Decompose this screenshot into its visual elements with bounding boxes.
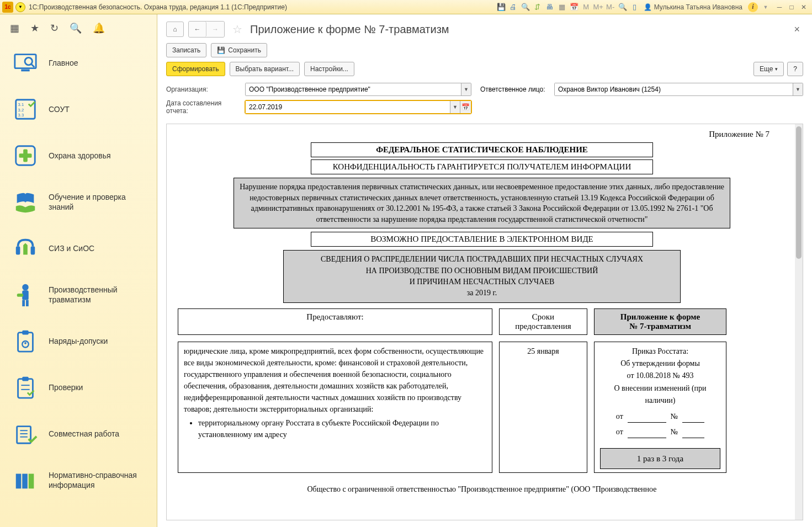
sidebar-item-label: Главное [49,58,78,68]
monitor-icon [13,50,38,76]
svg-rect-23 [22,377,29,381]
home-button[interactable]: ⌂ [166,22,184,37]
sidebar-item-siz[interactable]: СИЗ и СиОС [0,225,157,272]
maximize-button[interactable]: □ [786,2,798,12]
floppy-icon: 💾 [217,46,225,54]
sidebar-item-sout[interactable]: 3.13.23.3 СОУТ [0,86,157,132]
m-minus-icon[interactable]: M- [605,2,616,13]
print2-icon[interactable]: 🖶 [544,2,555,13]
report-info: СВЕДЕНИЯ О РАСПРЕДЕЛЕНИИ ЧИСЛА ПОСТРАДАВ… [283,250,681,302]
favorite-star-icon[interactable]: ☆ [232,23,242,36]
current-user[interactable]: 👤 Мулькина Татьяна Ивановна [644,3,742,11]
report-heading-1: ФЕДЕРАЛЬНОЕ СТАТИСТИЧЕСКОЕ НАБЛЮДЕНИЕ [311,142,653,157]
sidebar-toolbar: ▦ ★ ↻ 🔍 🔔 [0,14,157,40]
book-hand-icon [13,189,38,215]
svg-rect-22 [18,379,33,398]
svg-rect-32 [29,474,34,489]
date-input[interactable] [246,101,450,113]
date-label: Дата составления отчета: [166,99,241,115]
minimize-button[interactable]: ─ [773,2,786,12]
sidebar-item-injury[interactable]: Производственный травматизм [0,272,157,318]
titlebar: 1c ▼ 1С:Производственная безопасность. О… [0,0,812,14]
forward-button[interactable]: → [206,22,224,37]
print-icon[interactable]: 🖨 [508,2,519,13]
scrollbar-thumb[interactable] [796,126,802,259]
chevron-down-icon[interactable]: ▼ [450,101,460,113]
settings-button[interactable]: Настройки... [304,62,354,76]
svg-point-2 [25,57,32,65]
sidebar-item-health[interactable]: Охрана здоровья [0,132,157,179]
medical-icon [13,143,38,168]
search-icon[interactable]: 🔍 [70,22,82,34]
help-button[interactable]: ? [787,62,803,76]
date-field[interactable]: ▼ 📅 [245,100,471,114]
more-button[interactable]: Еще▾ [753,62,784,76]
select-variant-button[interactable]: Выбрать вариант... [230,62,300,76]
sidebar-item-nsi[interactable]: Нормативно-справочная информация [0,457,157,503]
svg-rect-19 [22,331,29,335]
report-viewport[interactable]: Приложение № 7 ФЕДЕРАЛЬНОЕ СТАТИСТИЧЕСКО… [166,124,803,520]
resp-label: Ответственное лицо: [480,86,550,93]
svg-text:3.3: 3.3 [18,113,24,118]
svg-rect-26 [17,427,31,444]
save-disk-icon[interactable]: 💾 [496,2,507,13]
report-warning: Нарушение порядка предоставления первичн… [233,178,730,228]
org-select[interactable]: ▼ [245,83,471,96]
resp-input[interactable] [555,83,793,95]
grid-col3-body: Приказ Росстата: Об утверждении формы от… [594,342,726,473]
dropdown-caret-icon[interactable]: ▼ [760,2,771,13]
org-label: Организация: [166,86,241,93]
panels-icon[interactable]: ▯ [629,2,640,13]
save-button[interactable]: 💾Сохранить [211,43,267,57]
sidebar-item-collab[interactable]: Совместная работа [0,411,157,457]
chevron-down-icon[interactable]: ▼ [461,83,471,95]
user-icon: 👤 [644,3,652,11]
app-menu-dropdown[interactable]: ▼ [15,2,25,12]
sidebar-item-permits[interactable]: Наряды-допуски [0,318,157,364]
sidebar-item-main[interactable]: Главное [0,40,157,86]
bell-icon[interactable]: 🔔 [93,22,105,34]
back-button[interactable]: ← [189,22,206,37]
zoom-in-icon[interactable]: 🔍 [617,2,628,13]
svg-rect-10 [19,153,32,158]
svg-rect-11 [16,246,20,254]
page-title: Приложение к форме № 7-травматизм [250,23,449,36]
report-heading-2: КОНФИДЕНЦИАЛЬНОСТЬ ГАРАНТИРУЕТСЯ ПОЛУЧАТ… [311,159,653,174]
org-full-name: Общество с ограниченной ответственностью… [172,485,792,494]
app-logo-icon: 1c [2,2,13,13]
grid-col2-body: 25 января [499,342,587,473]
close-window-button[interactable]: ✕ [798,2,810,12]
svg-rect-31 [22,474,28,489]
close-tab-button[interactable]: × [790,24,803,35]
sidebar-item-label: Проверки [49,382,83,392]
compare-icon[interactable]: ⇵ [532,2,543,13]
svg-rect-12 [31,246,35,254]
record-button[interactable]: Записать [166,43,206,57]
sidebar: ▦ ★ ↻ 🔍 🔔 Главное 3.13.23.3 СОУТ Охрана … [0,14,157,527]
calc-icon[interactable]: ▦ [556,2,567,13]
page-header: ⌂ ← → ☆ Приложение к форме № 7-травматиз… [157,14,812,41]
injury-icon [13,282,38,307]
content-area: ⌂ ← → ☆ Приложение к форме № 7-травматиз… [157,14,812,527]
m-icon[interactable]: M [581,2,592,13]
sidebar-item-training[interactable]: Обучение и проверка знаний [0,179,157,225]
history-icon[interactable]: ↻ [50,22,59,34]
svg-rect-17 [26,300,29,307]
apps-grid-icon[interactable]: ▦ [10,22,19,34]
star-icon[interactable]: ★ [30,22,39,34]
calendar-icon[interactable]: 📅 [460,101,471,113]
m-plus-icon[interactable]: M+ [593,2,604,13]
preview-icon[interactable]: 🔍 [520,2,531,13]
svg-point-21 [24,342,26,344]
info-icon[interactable]: i [748,2,758,12]
calendar-icon[interactable]: 📅 [569,2,580,13]
svg-rect-16 [22,300,25,307]
org-input[interactable] [246,83,461,95]
chevron-down-icon[interactable]: ▼ [793,83,803,95]
sidebar-item-checks[interactable]: Проверки [0,364,157,411]
generate-button[interactable]: Сформировать [166,62,225,76]
vertical-scrollbar[interactable] [795,124,803,520]
resp-select[interactable]: ▼ [554,83,803,96]
sidebar-item-label: Совместная работа [49,429,119,439]
svg-rect-15 [17,294,23,297]
